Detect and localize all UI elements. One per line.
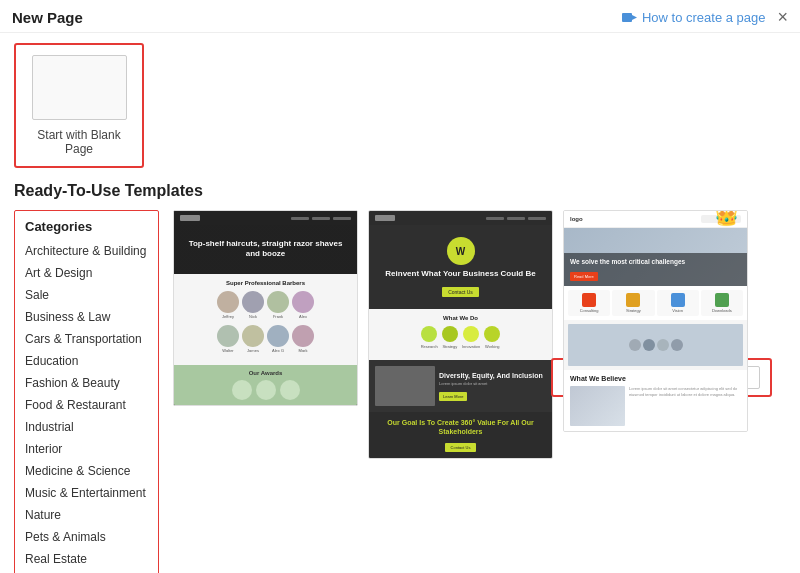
tmpl3-card-icon [715,293,729,307]
tmpl2-diversity-sub: Lorem ipsum dolor sit amet [439,381,543,386]
category-cars[interactable]: Cars & Transportation [25,328,148,350]
page-title: New Page [12,9,83,26]
tmpl3-card-label: Strategy [626,308,641,313]
close-button[interactable]: × [777,8,788,26]
tmpl2-icon-item: Strategy [442,326,458,349]
tmpl1-barber: Alex [292,291,314,319]
tmpl2-hero: W Reinvent What Your Business Could Be C… [369,225,552,309]
tmpl3-card-icon [671,293,685,307]
tmpl2-diversity-img [375,366,435,406]
template-card-premium[interactable]: 👑 logo We solve the most critical challe… [563,210,748,432]
category-fashion[interactable]: Fashion & Beauty [25,372,148,394]
tmpl2-icons: Research Strategy Innovation [375,326,546,349]
tmpl2-what-we-do: What We Do Research Strategy [369,309,552,360]
tmpl2-icon-label: Research [421,344,438,349]
tmpl2-icon-item: Innovation [462,326,480,349]
tmpl1-section-title: Super Professional Barbers [180,280,351,286]
tmpl2-icon-item: Research [421,326,438,349]
tmpl3-believe-content: Lorem ipsum dolor sit amet consectetur a… [570,386,741,426]
tmpl1-barber-name: Alex G [272,348,284,353]
tmpl1-nav [291,217,351,220]
tmpl1-logo [180,215,200,221]
tmpl1-barber: James [242,325,264,353]
tmpl3-believe-text: Lorem ipsum dolor sit amet consectetur a… [629,386,741,426]
tmpl1-awards-section: Our Awards [174,365,357,405]
category-medicine[interactable]: Medicine & Science [25,460,148,482]
tmpl1-awards-title: Our Awards [179,370,352,376]
blank-page-card[interactable]: Start with Blank Page [14,43,144,168]
tmpl2-nav-item [528,217,546,220]
tmpl3-hero-btn: Read More [570,272,598,281]
tmpl3-card-vision: Vision [657,290,699,316]
tmpl1-hero: Top-shelf haircuts, straight razor shave… [174,225,357,274]
tmpl2-bottom-btn: Contact Us [445,443,477,452]
blank-page-thumbnail [32,55,127,120]
tmpl1-award-3 [280,380,300,400]
tmpl1-barber-photo [242,325,264,347]
tmpl1-barber-name: Alex [299,314,307,319]
tmpl1-barber-photo [267,325,289,347]
tmpl1-barber-photo [267,291,289,313]
categories-panel: Categories Architecture & Building Art &… [14,210,159,573]
tmpl3-card-label: Consulting [580,308,599,313]
tmpl1-header [174,211,357,225]
category-music[interactable]: Music & Entertainment [25,482,148,504]
tmpl3-card-strategy: Strategy [612,290,654,316]
tmpl2-icon-label: Innovation [462,344,480,349]
video-icon [622,12,638,23]
svg-marker-1 [632,15,637,20]
tmpl2-icon-circle [442,326,458,342]
tmpl2-icon-label: Strategy [442,344,457,349]
tmpl1-barbers-section: Super Professional Barbers Jeffrey Nick [174,274,357,365]
template-card-business[interactable]: W Reinvent What Your Business Could Be C… [368,210,553,459]
category-food[interactable]: Food & Restaurant [25,394,148,416]
tmpl2-icon-circle [484,326,500,342]
category-industrial[interactable]: Industrial [25,416,148,438]
tmpl2-bottom-text: Our Goal Is To Create 360° Value For All… [375,418,546,436]
category-pets[interactable]: Pets & Animals [25,526,148,548]
category-interior[interactable]: Interior [25,438,148,460]
template-card-barber[interactable]: Top-shelf haircuts, straight razor shave… [173,210,358,406]
tmpl2-badge: W [447,237,475,265]
tmpl1-barbers: Jeffrey Nick Frank [180,291,351,319]
category-art-design[interactable]: Art & Design [25,262,148,284]
tmpl2-hero-text: Reinvent What Your Business Could Be [377,269,544,279]
tmpl2-diversity-btn: Learn More [439,392,467,401]
category-architecture[interactable]: Architecture & Building [25,240,148,262]
tmpl2-logo [375,215,395,221]
tmpl1-award-1 [232,380,252,400]
tmpl3-believe-img [570,386,625,426]
tmpl1-barber-name: Nick [249,314,257,319]
templates-title: Ready-To-Use Templates [14,182,786,200]
crown-icon: 👑 [714,210,739,226]
video-camera-icon [622,12,638,23]
tmpl3-meeting-section [564,320,747,370]
tmpl3-card-downloads: Downloads [701,290,743,316]
tmpl1-barber: Alex G [267,325,289,353]
tmpl1-barber-photo [292,291,314,313]
tmpl2-icon-circle [421,326,437,342]
crown-badge: 👑 [714,210,739,225]
tmpl1-hero-text: Top-shelf haircuts, straight razor shave… [182,239,349,260]
tmpl3-card-label: Vision [672,308,683,313]
tmpl2-nav [486,217,546,220]
person-avatar [671,339,683,351]
tmpl2-nav-item [486,217,504,220]
category-real-estate[interactable]: Real Estate [25,548,148,570]
tmpl2-bottom: Our Goal Is To Create 360° Value For All… [369,412,552,457]
tmpl1-barber-photo [217,325,239,347]
category-nature[interactable]: Nature [25,504,148,526]
tmpl1-barber: Walter [217,325,239,353]
how-to-link[interactable]: How to create a page [622,10,766,25]
tmpl3-card-icon [582,293,596,307]
category-business-law[interactable]: Business & Law [25,306,148,328]
templates-grid: Top-shelf haircuts, straight razor shave… [173,210,786,573]
svg-rect-0 [622,13,632,22]
tmpl3-logo: logo [570,216,583,222]
category-education[interactable]: Education [25,350,148,372]
tmpl1-barber-photo [217,291,239,313]
category-sale[interactable]: Sale [25,284,148,306]
tmpl3-hero: We solve the most critical challenges Re… [564,228,747,286]
how-to-label: How to create a page [642,10,766,25]
tmpl1-barber-name: Walter [222,348,233,353]
